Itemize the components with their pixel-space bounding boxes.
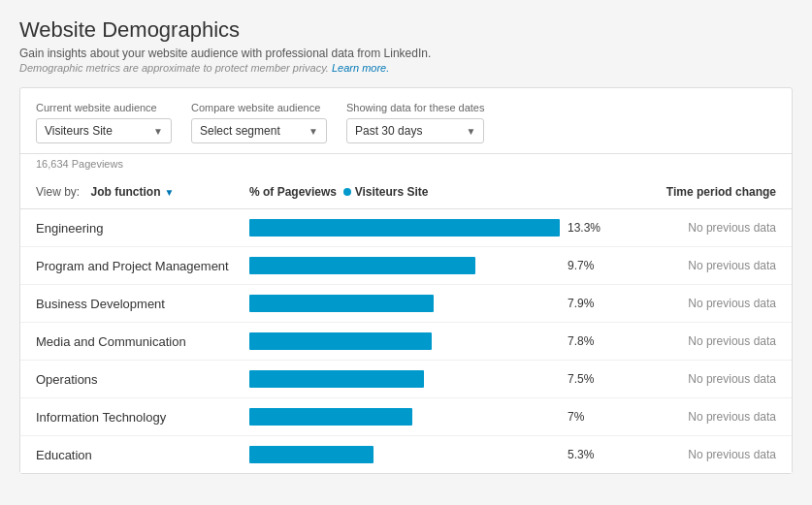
view-by-value: Job function [90, 185, 160, 199]
bar-pct: 7.5% [568, 372, 601, 386]
bar-pct: 5.3% [568, 448, 601, 461]
bar-track [249, 408, 560, 426]
change-cell: No previous data [601, 259, 776, 272]
row-label: Operations [36, 372, 249, 387]
sort-icon: ▼ [164, 187, 174, 198]
bar-track [249, 257, 560, 274]
bar-track [249, 370, 560, 388]
row-label: Education [36, 448, 249, 462]
change-cell: No previous data [601, 410, 776, 424]
row-label: Engineering [36, 221, 249, 236]
bar-pct: 7% [568, 410, 601, 424]
bar-fill [249, 408, 412, 426]
filters-section: Current website audience Visiteurs Site … [20, 88, 792, 154]
bar-pct: 7.9% [568, 297, 601, 310]
legend-dot [343, 188, 351, 196]
bar-fill [249, 257, 475, 274]
bar-fill [249, 219, 560, 237]
page-title: Website Demographics [19, 17, 793, 43]
bar-track [249, 295, 560, 312]
compare-audience-select[interactable]: Select segment ▼ [191, 118, 327, 143]
disclaimer-text: Demographic metrics are approximate to p… [19, 62, 329, 74]
subtitle: Gain insights about your website audienc… [19, 47, 793, 60]
chevron-down-icon-3: ▼ [467, 126, 476, 137]
bar-track [249, 332, 560, 350]
table-row: Engineering 13.3% No previous data [20, 209, 792, 247]
row-label: Media and Communication [36, 334, 249, 349]
table-row: Information Technology 7% No previous da… [20, 398, 792, 436]
row-label: Information Technology [36, 410, 249, 425]
col-pageviews: % of Pageviews Visiteurs Site [249, 185, 601, 199]
bar-cell: 9.7% [249, 257, 601, 274]
bar-cell: 7.8% [249, 332, 601, 350]
compare-audience-filter: Compare website audience Select segment … [191, 102, 327, 143]
col-view-by[interactable]: View by: Job function ▼ [36, 185, 249, 199]
bar-fill [249, 332, 432, 350]
current-audience-select[interactable]: Visiteurs Site ▼ [36, 118, 172, 143]
bar-cell: 5.3% [249, 446, 601, 463]
learn-more-link[interactable]: Learn more. [332, 62, 389, 74]
bar-cell: 7% [249, 408, 601, 426]
change-cell: No previous data [601, 372, 776, 386]
bar-cell: 13.3% [249, 219, 601, 237]
change-cell: No previous data [601, 297, 776, 310]
compare-audience-value: Select segment [200, 124, 280, 138]
row-label: Business Development [36, 297, 249, 311]
bar-pct: 9.7% [568, 259, 601, 272]
chevron-down-icon: ▼ [153, 126, 163, 137]
chevron-down-icon-2: ▼ [309, 126, 318, 137]
main-card: Current website audience Visiteurs Site … [19, 87, 793, 474]
table-row: Business Development 7.9% No previous da… [20, 285, 792, 323]
view-by-label: View by: [36, 185, 80, 199]
current-audience-filter: Current website audience Visiteurs Site … [36, 102, 172, 143]
table-row: Operations 7.5% No previous data [20, 361, 792, 398]
change-cell: No previous data [601, 334, 776, 348]
bar-pct: 7.8% [568, 334, 601, 348]
pageviews-col-label: % of Pageviews [249, 185, 337, 199]
current-audience-label: Current website audience [36, 102, 172, 113]
col-time-change: Time period change [666, 185, 776, 199]
table-row: Education 5.3% No previous data [20, 436, 792, 473]
dates-value: Past 30 days [355, 124, 422, 138]
bar-fill [249, 370, 424, 388]
page-wrapper: Website Demographics Gain insights about… [0, 0, 812, 505]
table-section: Engineering 13.3% No previous data Progr… [20, 209, 792, 473]
row-label: Program and Project Management [36, 259, 249, 273]
table-row: Media and Communication 7.8% No previous… [20, 323, 792, 361]
table-header: View by: Job function ▼ % of Pageviews V… [20, 175, 792, 209]
table-row: Program and Project Management 9.7% No p… [20, 247, 792, 285]
bar-cell: 7.9% [249, 295, 601, 312]
dates-select[interactable]: Past 30 days ▼ [346, 118, 484, 143]
pageviews-note: 16,634 Pageviews [20, 154, 792, 175]
dates-label: Showing data for these dates [346, 102, 484, 113]
compare-audience-label: Compare website audience [191, 102, 327, 113]
bar-fill [249, 295, 434, 312]
site-col-label: Visiteurs Site [355, 185, 429, 199]
bar-cell: 7.5% [249, 370, 601, 388]
bar-pct: 13.3% [568, 221, 601, 235]
bar-fill [249, 446, 374, 463]
dates-filter: Showing data for these dates Past 30 day… [346, 102, 484, 143]
change-cell: No previous data [601, 221, 776, 235]
change-cell: No previous data [601, 448, 776, 461]
bar-track [249, 219, 560, 237]
bar-track [249, 446, 560, 463]
disclaimer: Demographic metrics are approximate to p… [19, 62, 793, 74]
current-audience-value: Visiteurs Site [45, 124, 113, 138]
